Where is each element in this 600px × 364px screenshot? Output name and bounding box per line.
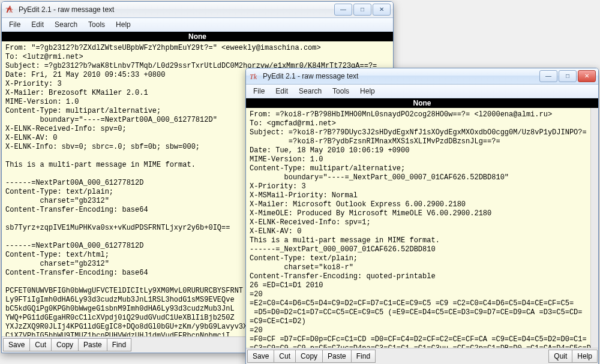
header-bar: None [246,98,598,108]
menu-search[interactable]: Search [294,86,326,97]
find-button[interactable]: Find [351,350,376,363]
app-icon: Tk [5,5,15,14]
cut-button[interactable]: Cut [29,338,52,351]
header-bar: None [2,32,393,41]
vertical-scrollbar[interactable] [590,108,598,348]
menu-help[interactable]: Help [355,86,380,97]
text-content[interactable]: From: =?koi8-r?B?98HbIMHO0MnL0snaydPO2co… [250,110,598,348]
paste-button[interactable]: Paste [322,350,352,363]
text-area[interactable]: From: =?koi8-r?B?98HbIMHO0MnL0snaydPO2co… [246,108,598,348]
find-button[interactable]: Find [107,338,131,351]
window-controls: — □ ✕ [334,4,391,16]
menubar: File Edit Search Tools Help [2,18,393,32]
quit-button[interactable]: Quit [548,350,572,363]
minimize-button[interactable]: — [334,4,352,16]
window-title: PyEdit 2.1 - raw message text [19,5,334,14]
svg-text:Tk: Tk [5,6,13,14]
svg-text:Tk: Tk [250,73,257,81]
menu-edit[interactable]: Edit [271,86,293,97]
toolbar: Save Cut Copy Paste Find Quit Help [246,348,598,364]
copy-button[interactable]: Copy [295,350,323,363]
paste-button[interactable]: Paste [78,338,107,351]
menu-search[interactable]: Search [50,19,82,30]
window-title: PyEdit 2.1 - raw message text [263,72,539,80]
copy-button[interactable]: Copy [51,338,79,351]
help-button[interactable]: Help [572,350,598,363]
maximize-button[interactable]: □ [559,70,577,82]
menu-edit[interactable]: Edit [26,19,49,30]
app-icon: Tk [250,71,259,81]
minimize-button[interactable]: — [539,70,557,82]
menu-tools[interactable]: Tools [328,86,354,97]
menu-file[interactable]: File [4,19,25,30]
close-button[interactable]: ✕ [373,4,391,16]
window-controls: — □ ✕ [539,70,596,82]
menu-help[interactable]: Help [111,19,136,30]
close-button[interactable]: ✕ [578,70,596,82]
titlebar[interactable]: Tk PyEdit 2.1 - raw message text — □ ✕ [246,68,598,85]
cut-button[interactable]: Cut [274,350,296,363]
titlebar[interactable]: Tk PyEdit 2.1 - raw message text — □ ✕ [2,2,393,18]
editor-window-front: Tk PyEdit 2.1 - raw message text — □ ✕ F… [245,68,599,364]
maximize-button[interactable]: □ [353,4,371,16]
menu-tools[interactable]: Tools [83,19,110,30]
save-button[interactable]: Save [247,350,274,363]
save-button[interactable]: Save [3,338,30,351]
menu-file[interactable]: File [248,86,269,97]
menubar: File Edit Search Tools Help [246,85,598,98]
